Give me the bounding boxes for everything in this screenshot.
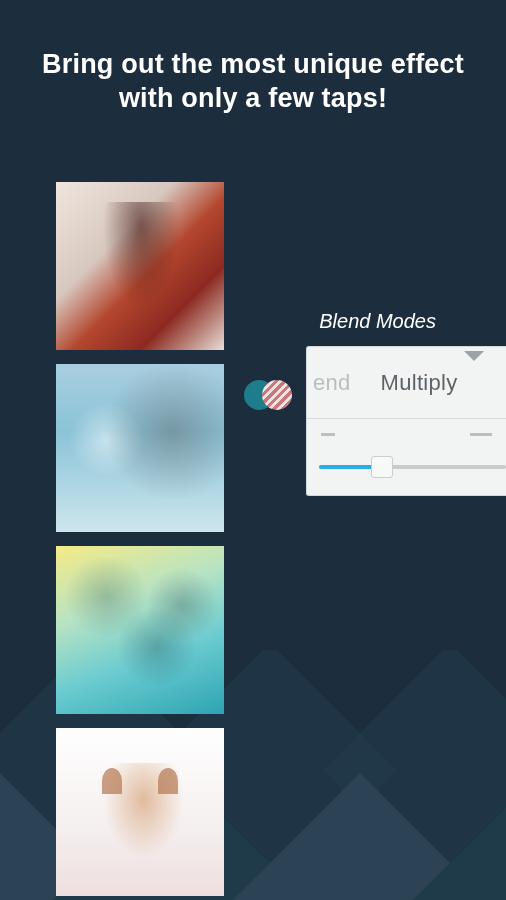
blend-mode-panel: end Multiply — [306, 346, 506, 496]
slider-max-icon — [470, 433, 492, 436]
panel-label: Blend Modes — [319, 310, 436, 333]
example-thumb — [56, 364, 224, 532]
example-thumbnails — [56, 182, 224, 896]
blend-mode-option-selected[interactable]: Multiply — [381, 370, 458, 396]
blend-mode-option-prev[interactable]: end — [313, 370, 351, 396]
chevron-down-icon[interactable] — [464, 351, 484, 361]
headline-text: Bring out the most unique effect with on… — [40, 48, 466, 116]
example-thumb — [56, 728, 224, 896]
slider-knob[interactable] — [371, 456, 393, 478]
example-thumb — [56, 546, 224, 714]
blend-modes-icon — [244, 378, 292, 412]
intensity-slider[interactable] — [307, 419, 506, 496]
slider-min-icon — [321, 433, 335, 436]
example-thumb — [56, 182, 224, 350]
